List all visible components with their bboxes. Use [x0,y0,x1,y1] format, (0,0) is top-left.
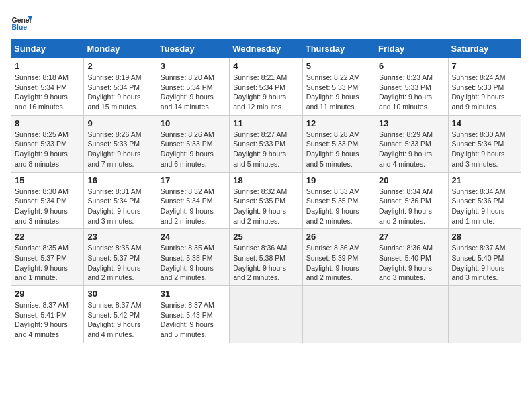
day-info: Sunrise: 8:25 AM Sunset: 5:33 PM Dayligh… [15,130,80,169]
calendar-cell: 20Sunrise: 8:34 AM Sunset: 5:36 PM Dayli… [375,172,448,229]
day-info: Sunrise: 8:36 AM Sunset: 5:39 PM Dayligh… [306,243,371,283]
page-header: General Blue [11,11,521,32]
day-number: 4 [233,61,298,71]
day-number: 14 [452,118,517,128]
calendar-table: SundayMondayTuesdayWednesdayThursdayFrid… [11,39,521,343]
day-number: 11 [233,118,298,128]
day-info: Sunrise: 8:37 AM Sunset: 5:40 PM Dayligh… [452,243,517,283]
day-info: Sunrise: 8:35 AM Sunset: 5:37 PM Dayligh… [15,243,80,283]
day-info: Sunrise: 8:31 AM Sunset: 5:34 PM Dayligh… [87,187,152,226]
day-info: Sunrise: 8:30 AM Sunset: 5:34 PM Dayligh… [452,130,517,169]
svg-text:Blue: Blue [12,24,28,31]
calendar-cell: 2Sunrise: 8:19 AM Sunset: 5:34 PM Daylig… [84,58,157,116]
calendar-cell: 31Sunrise: 8:37 AM Sunset: 5:43 PM Dayli… [157,286,229,343]
calendar-week-1: 1Sunrise: 8:18 AM Sunset: 5:34 PM Daylig… [11,58,521,116]
day-number: 1 [15,61,80,71]
day-number: 24 [161,232,226,242]
calendar-cell: 7Sunrise: 8:24 AM Sunset: 5:33 PM Daylig… [448,58,521,116]
day-info: Sunrise: 8:36 AM Sunset: 5:40 PM Dayligh… [379,243,444,283]
day-number: 10 [161,118,226,128]
calendar-week-2: 8Sunrise: 8:25 AM Sunset: 5:33 PM Daylig… [11,115,521,172]
calendar-cell [448,286,521,343]
day-info: Sunrise: 8:37 AM Sunset: 5:41 PM Dayligh… [15,300,80,340]
calendar-cell: 17Sunrise: 8:32 AM Sunset: 5:34 PM Dayli… [157,172,229,229]
day-number: 7 [452,61,517,71]
weekday-header-wednesday: Wednesday [230,40,302,58]
day-number: 2 [87,61,152,71]
day-info: Sunrise: 8:37 AM Sunset: 5:43 PM Dayligh… [161,300,226,340]
calendar-cell: 6Sunrise: 8:23 AM Sunset: 5:33 PM Daylig… [375,58,448,116]
day-info: Sunrise: 8:27 AM Sunset: 5:33 PM Dayligh… [233,130,298,169]
calendar-cell: 9Sunrise: 8:26 AM Sunset: 5:33 PM Daylig… [84,115,157,172]
day-info: Sunrise: 8:37 AM Sunset: 5:42 PM Dayligh… [87,300,152,340]
calendar-cell: 27Sunrise: 8:36 AM Sunset: 5:40 PM Dayli… [375,229,448,286]
calendar-cell: 13Sunrise: 8:29 AM Sunset: 5:33 PM Dayli… [375,115,448,172]
day-info: Sunrise: 8:18 AM Sunset: 5:34 PM Dayligh… [15,73,80,112]
day-info: Sunrise: 8:35 AM Sunset: 5:37 PM Dayligh… [87,243,152,283]
day-number: 5 [306,61,371,71]
weekday-header-friday: Friday [375,40,448,58]
day-number: 22 [15,232,80,242]
logo: General Blue [11,11,32,32]
day-info: Sunrise: 8:26 AM Sunset: 5:33 PM Dayligh… [161,130,226,169]
calendar-cell: 11Sunrise: 8:27 AM Sunset: 5:33 PM Dayli… [230,115,302,172]
day-number: 9 [87,118,152,128]
day-number: 18 [233,175,298,185]
calendar-cell: 25Sunrise: 8:36 AM Sunset: 5:38 PM Dayli… [230,229,302,286]
calendar-cell: 24Sunrise: 8:35 AM Sunset: 5:38 PM Dayli… [157,229,229,286]
calendar-cell: 21Sunrise: 8:34 AM Sunset: 5:36 PM Dayli… [448,172,521,229]
day-info: Sunrise: 8:23 AM Sunset: 5:33 PM Dayligh… [379,73,444,112]
calendar-cell: 1Sunrise: 8:18 AM Sunset: 5:34 PM Daylig… [11,58,84,116]
day-info: Sunrise: 8:34 AM Sunset: 5:36 PM Dayligh… [379,187,444,226]
day-number: 8 [15,118,80,128]
day-info: Sunrise: 8:30 AM Sunset: 5:34 PM Dayligh… [15,187,80,226]
day-info: Sunrise: 8:29 AM Sunset: 5:33 PM Dayligh… [379,130,444,169]
day-number: 29 [15,289,80,299]
day-info: Sunrise: 8:35 AM Sunset: 5:38 PM Dayligh… [161,243,226,283]
day-info: Sunrise: 8:32 AM Sunset: 5:35 PM Dayligh… [233,187,298,226]
calendar-cell: 18Sunrise: 8:32 AM Sunset: 5:35 PM Dayli… [230,172,302,229]
calendar-cell: 14Sunrise: 8:30 AM Sunset: 5:34 PM Dayli… [448,115,521,172]
day-number: 12 [306,118,371,128]
day-number: 31 [161,289,226,299]
day-info: Sunrise: 8:28 AM Sunset: 5:33 PM Dayligh… [306,130,371,169]
day-number: 27 [379,232,444,242]
day-info: Sunrise: 8:20 AM Sunset: 5:34 PM Dayligh… [161,73,226,112]
weekday-header-tuesday: Tuesday [157,40,229,58]
day-number: 3 [161,61,226,71]
calendar-cell: 5Sunrise: 8:22 AM Sunset: 5:33 PM Daylig… [302,58,375,116]
day-number: 23 [87,232,152,242]
day-info: Sunrise: 8:33 AM Sunset: 5:35 PM Dayligh… [306,187,371,226]
day-number: 25 [233,232,298,242]
calendar-cell: 19Sunrise: 8:33 AM Sunset: 5:35 PM Dayli… [302,172,375,229]
calendar-cell: 3Sunrise: 8:20 AM Sunset: 5:34 PM Daylig… [157,58,229,116]
calendar-week-4: 22Sunrise: 8:35 AM Sunset: 5:37 PM Dayli… [11,229,521,286]
day-info: Sunrise: 8:26 AM Sunset: 5:33 PM Dayligh… [87,130,152,169]
logo-icon: General Blue [11,11,32,32]
calendar-cell: 15Sunrise: 8:30 AM Sunset: 5:34 PM Dayli… [11,172,84,229]
calendar-cell: 10Sunrise: 8:26 AM Sunset: 5:33 PM Dayli… [157,115,229,172]
day-info: Sunrise: 8:21 AM Sunset: 5:34 PM Dayligh… [233,73,298,112]
day-number: 16 [87,175,152,185]
calendar-cell: 30Sunrise: 8:37 AM Sunset: 5:42 PM Dayli… [84,286,157,343]
calendar-cell: 22Sunrise: 8:35 AM Sunset: 5:37 PM Dayli… [11,229,84,286]
weekday-header-saturday: Saturday [448,40,521,58]
weekday-header-row: SundayMondayTuesdayWednesdayThursdayFrid… [11,40,521,58]
day-number: 13 [379,118,444,128]
day-number: 30 [87,289,152,299]
calendar-week-5: 29Sunrise: 8:37 AM Sunset: 5:41 PM Dayli… [11,286,521,343]
calendar-body: 1Sunrise: 8:18 AM Sunset: 5:34 PM Daylig… [11,58,521,343]
calendar-cell: 4Sunrise: 8:21 AM Sunset: 5:34 PM Daylig… [230,58,302,116]
day-info: Sunrise: 8:36 AM Sunset: 5:38 PM Dayligh… [233,243,298,283]
calendar-cell [375,286,448,343]
day-info: Sunrise: 8:19 AM Sunset: 5:34 PM Dayligh… [87,73,152,112]
calendar-cell [230,286,302,343]
day-number: 26 [306,232,371,242]
day-number: 15 [15,175,80,185]
calendar-cell: 16Sunrise: 8:31 AM Sunset: 5:34 PM Dayli… [84,172,157,229]
weekday-header-sunday: Sunday [11,40,84,58]
weekday-header-thursday: Thursday [302,40,375,58]
day-number: 17 [161,175,226,185]
day-number: 21 [452,175,517,185]
calendar-cell: 26Sunrise: 8:36 AM Sunset: 5:39 PM Dayli… [302,229,375,286]
